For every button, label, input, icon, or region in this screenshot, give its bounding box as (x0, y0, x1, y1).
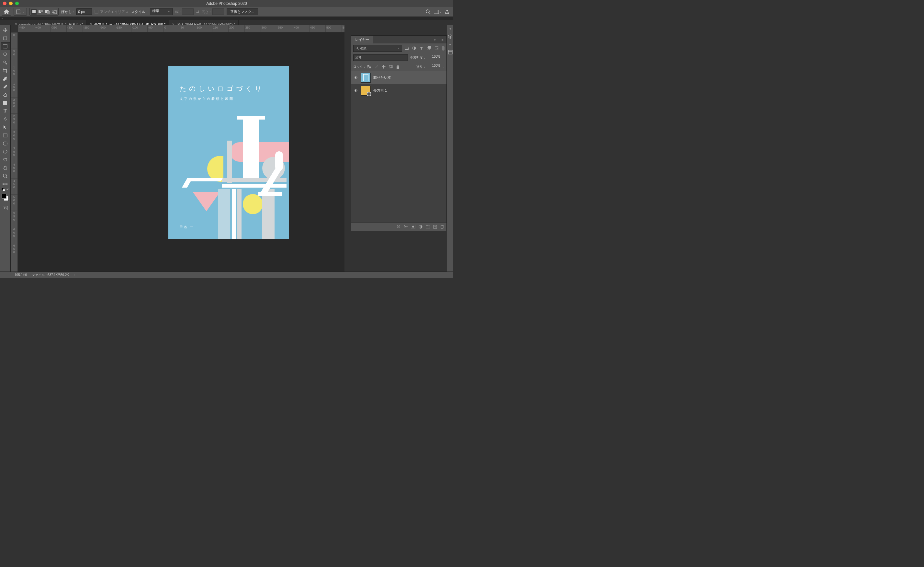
delete-layer-icon[interactable] (440, 225, 444, 229)
properties-panel-icon[interactable] (448, 50, 453, 54)
filter-type-icon[interactable]: T (418, 45, 424, 51)
foreground-background-color[interactable] (1, 193, 9, 202)
lock-all-icon[interactable] (395, 64, 400, 69)
group-icon[interactable] (426, 225, 430, 229)
opacity-input[interactable]: 100% (427, 55, 440, 60)
artboard-tool[interactable] (1, 34, 10, 42)
svg-rect-44 (367, 92, 368, 93)
vertical-ruler[interactable]: 050100150200250300350400450500550600650 (10, 32, 18, 272)
layer-name[interactable]: 載せたい本 (373, 75, 391, 80)
svg-rect-18 (3, 142, 7, 145)
filter-adjustment-icon[interactable] (411, 45, 417, 51)
selection-new-icon[interactable] (31, 9, 37, 15)
status-file-info[interactable]: ファイル : 637.1K/859.2K (32, 273, 69, 277)
zoom-tool[interactable] (1, 172, 10, 180)
chevron-down-icon[interactable]: ⌄ (442, 56, 444, 59)
gradient-tool[interactable] (1, 99, 10, 107)
share-icon[interactable] (445, 9, 449, 14)
svg-rect-40 (390, 65, 393, 68)
svg-rect-24 (3, 206, 8, 210)
lock-image-icon[interactable] (374, 64, 379, 69)
height-input (212, 8, 224, 15)
feather-label: ぼかし : (61, 9, 74, 14)
hand-tool[interactable] (1, 164, 10, 172)
svg-point-14 (3, 61, 6, 63)
quick-mask-tool[interactable] (1, 204, 10, 212)
horizontal-ruler[interactable]: -450-400-350-300-250-200-150-100-5005010… (18, 25, 345, 32)
new-layer-icon[interactable] (433, 225, 437, 229)
layer-fx-icon[interactable]: fx▾ (404, 225, 408, 229)
blend-mode-select[interactable]: 通常⌄ (353, 54, 408, 61)
layers-tabbar: レイヤー » ≡ (351, 36, 447, 44)
chevron-down-icon: ⌄ (22, 11, 25, 13)
quick-select-tool[interactable] (1, 58, 10, 66)
link-layers-icon[interactable]: ⌘ (397, 224, 400, 229)
selection-add-icon[interactable] (38, 9, 44, 15)
panel-expand-bar[interactable]: » (0, 17, 453, 20)
layer-filter-select[interactable]: 種類 ⌄ (353, 45, 402, 52)
move-tool[interactable] (1, 26, 10, 34)
zoom-level[interactable]: 195.14% (15, 273, 27, 277)
fill-input[interactable]: 100% (427, 64, 440, 70)
layer-thumbnail[interactable] (361, 73, 371, 83)
search-icon[interactable] (426, 9, 430, 14)
panel-menu-icon[interactable]: ≡ (439, 38, 447, 42)
canvas-area[interactable]: たのしいロゴづくり 文字の形からの着想と展開 甲谷 一 (18, 32, 345, 272)
feather-input[interactable] (76, 8, 92, 15)
home-button[interactable] (2, 8, 11, 15)
fgbg-swap-icon[interactable]: ↶ (6, 188, 9, 191)
lock-position-icon[interactable] (381, 64, 386, 69)
path-select-tool[interactable] (1, 123, 10, 131)
filter-smartobj-icon[interactable] (434, 45, 440, 51)
crop-tool[interactable] (1, 66, 10, 75)
select-and-mask-button[interactable]: 選択とマスク... (226, 8, 258, 15)
style-select[interactable]: 標準 (150, 8, 172, 15)
close-icon[interactable]: × (15, 22, 17, 27)
panel-collapse-icon[interactable]: » (431, 38, 439, 42)
foreground-color[interactable] (2, 194, 6, 199)
lock-nested-icon[interactable] (388, 64, 393, 69)
pen-tool[interactable] (1, 115, 10, 123)
lasso-tool[interactable] (1, 50, 10, 58)
visibility-icon[interactable]: 👁 (353, 89, 358, 93)
filter-shape-icon[interactable] (426, 45, 432, 51)
brush-tool[interactable] (1, 83, 10, 91)
lock-transparency-icon[interactable] (367, 64, 372, 69)
layers-filter-bar: 種類 ⌄ T (351, 44, 447, 53)
selection-subtract-icon[interactable] (45, 9, 50, 15)
layer-mask-icon[interactable] (411, 225, 416, 229)
ellipse-tool[interactable] (1, 147, 10, 155)
filter-pixel-icon[interactable] (404, 45, 410, 51)
marquee-tool[interactable] (1, 42, 10, 50)
workspace-icon[interactable]: ⌄ (434, 10, 442, 14)
svg-rect-0 (16, 10, 20, 14)
eraser-tool[interactable] (1, 91, 10, 99)
selection-intersect-icon[interactable] (51, 9, 57, 15)
status-menu-icon[interactable]: 〉 (74, 273, 77, 277)
type-tool[interactable]: T (1, 107, 10, 115)
layers-tab[interactable]: レイヤー (351, 36, 373, 44)
tool-preset-picker[interactable]: ⌄ (14, 8, 27, 15)
panel-collapse-icon-2[interactable]: « (449, 43, 451, 46)
svg-rect-13 (3, 44, 7, 48)
edit-toolbar[interactable]: ••• (1, 180, 10, 188)
layers-panel-icon[interactable] (448, 35, 453, 39)
chevron-down-icon[interactable]: ⌄ (442, 65, 444, 68)
eyedropper-tool[interactable] (1, 75, 10, 83)
rectangle-tool[interactable] (1, 131, 10, 139)
layer-thumbnail[interactable] (361, 86, 371, 96)
adjustment-layer-icon[interactable] (418, 225, 423, 229)
custom-shape-tool[interactable] (1, 155, 10, 164)
filter-toggle[interactable] (442, 46, 444, 51)
svg-point-20 (3, 174, 6, 177)
rounded-rect-tool[interactable] (1, 139, 10, 147)
layer-name[interactable]: 長方形 1 (373, 88, 387, 93)
layer-row[interactable]: 👁 長方形 1 (351, 84, 447, 97)
svg-rect-10 (434, 10, 439, 14)
visibility-icon[interactable]: 👁 (353, 75, 358, 80)
fgbg-mini-icon[interactable] (2, 188, 5, 191)
document-canvas[interactable]: たのしいロゴづくり 文字の形からの着想と展開 甲谷 一 (168, 66, 289, 239)
panel-collapse-icon[interactable]: « (449, 27, 451, 30)
antialias-label: アンチエイリアス (100, 9, 129, 14)
layer-row[interactable]: 👁 載せたい本 (351, 71, 447, 84)
